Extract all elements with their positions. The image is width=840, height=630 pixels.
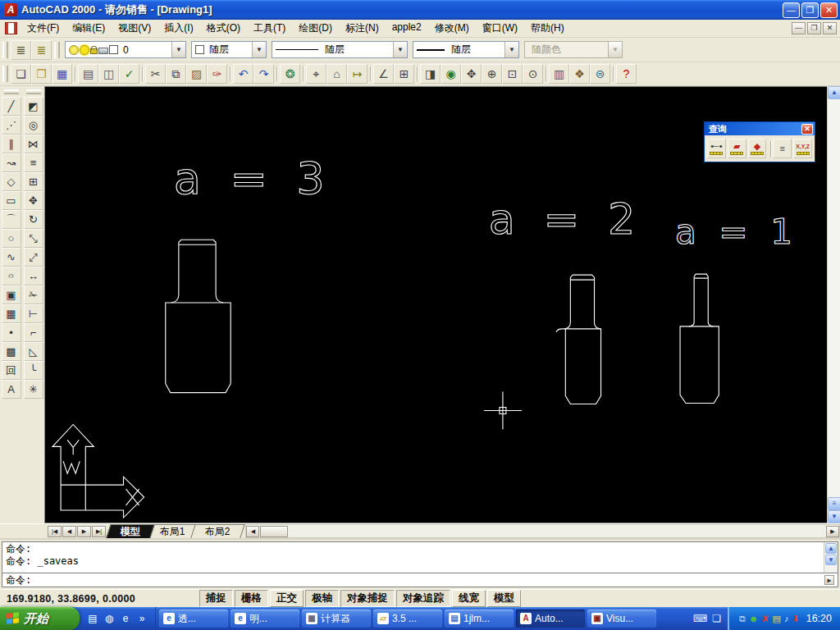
match-properties-button[interactable]: ✑	[207, 64, 227, 84]
make-object-layer-current-button[interactable]: ≣	[11, 40, 31, 60]
cad-text-a3[interactable]: a = 3	[174, 153, 332, 204]
menu-tools[interactable]: 工具(T)	[247, 19, 292, 38]
region-tool[interactable]: 回	[2, 361, 21, 380]
osnap-toggle[interactable]: 对象捕捉	[340, 590, 395, 607]
open-button[interactable]: ❐	[31, 64, 52, 84]
layer-combo-dropdown-arrow[interactable]: ▼	[171, 42, 185, 57]
explode-tool[interactable]: ✳	[24, 380, 43, 399]
update-tray-icon[interactable]: ⬇	[792, 613, 800, 624]
rotate-tool[interactable]: ↻	[24, 210, 43, 229]
scroll-menu-button[interactable]: ≡	[828, 497, 840, 510]
vertical-scrollbar[interactable]: ▲ ≡ ▼	[827, 86, 840, 523]
hscroll-thumb[interactable]	[260, 526, 288, 537]
menu-modify[interactable]: 修改(M)	[428, 19, 476, 38]
polar-toggle[interactable]: 极轴	[305, 590, 339, 607]
extend-tool[interactable]: ⊢	[24, 304, 43, 323]
restore-button[interactable]: ❐	[801, 2, 819, 18]
command-scroll-up-arrow[interactable]: ▲	[825, 543, 837, 554]
start-button[interactable]: 开始	[0, 607, 80, 630]
alert-tray-icon[interactable]: ✘	[761, 613, 769, 624]
tab-prev-button[interactable]: ◀	[62, 526, 76, 537]
task-visu[interactable]: ▣ Visu...	[587, 609, 656, 628]
cad-text-a1[interactable]: a = 1	[675, 212, 798, 252]
tab-next-button[interactable]: ▶	[77, 526, 91, 537]
toolbar-grip[interactable]	[26, 89, 41, 94]
quicklaunch-chevron-icon[interactable]: »	[135, 612, 148, 625]
menu-window[interactable]: 窗口(W)	[476, 19, 524, 38]
zoom-window-button[interactable]: ⊡	[502, 64, 523, 84]
rectangle-tool[interactable]: ▭	[2, 191, 21, 210]
dbconnect-button[interactable]: ⊜	[590, 64, 610, 84]
mdi-minimize-button[interactable]: —	[792, 22, 806, 34]
command-input[interactable]: 命令: ▶	[2, 573, 838, 587]
command-scroll-down-arrow[interactable]: ▼	[825, 555, 837, 565]
arc-tool[interactable]: ⌒	[2, 210, 21, 229]
insert-hyperlink-button[interactable]: ❂	[280, 64, 300, 84]
grid-toggle[interactable]: 栅格	[235, 590, 268, 607]
keyboard-icon[interactable]: ⌨	[693, 613, 707, 624]
task-calculator[interactable]: ▦ 计算器	[302, 609, 371, 628]
hatch-tool[interactable]: ▩	[2, 342, 21, 361]
orbit-3d-button[interactable]: ◉	[441, 64, 461, 84]
erase-tool[interactable]: ◩	[24, 97, 43, 116]
task-35-folder[interactable]: ▱ 3.5 ...	[373, 609, 442, 628]
inquiry-palette-titlebar[interactable]: 查询 ✕	[705, 122, 815, 135]
display-tray-icon[interactable]: ▤	[773, 613, 781, 624]
hscroll-left-arrow[interactable]: ◀	[246, 526, 259, 537]
polyline-tool[interactable]: ↝	[2, 153, 21, 172]
viewports-button[interactable]: ⊞	[394, 64, 414, 84]
volume-tray-icon[interactable]: ♪	[784, 613, 789, 624]
layers-button[interactable]: ≣	[31, 40, 52, 60]
menu-file[interactable]: 文件(F)	[21, 19, 66, 38]
command-scrollbar[interactable]: ▲ ▼	[824, 542, 838, 573]
toolbar-grip[interactable]	[54, 42, 60, 58]
model-toggle[interactable]: 模型	[487, 590, 521, 607]
layout-icon[interactable]: ❏	[712, 613, 721, 624]
toolbar-grip[interactable]	[2, 42, 8, 58]
construction-line-tool[interactable]: ⋰	[2, 116, 21, 135]
undo-button[interactable]: ↶	[233, 64, 253, 84]
zoom-realtime-button[interactable]: ⊕	[482, 64, 502, 84]
task-autocad[interactable]: A Auto...	[516, 609, 585, 628]
help-button[interactable]: ?	[616, 64, 637, 84]
point-tool[interactable]: •	[2, 323, 21, 342]
menu-edit[interactable]: 编辑(E)	[66, 19, 112, 38]
today-button[interactable]: ◨	[420, 64, 441, 84]
linetype-combo-dropdown-arrow[interactable]: ▼	[393, 42, 407, 57]
tab-first-button[interactable]: |◀	[48, 526, 62, 537]
spline-tool[interactable]: ∿	[2, 248, 21, 267]
pan-realtime-button[interactable]: ✥	[461, 64, 482, 84]
zoom-previous-button[interactable]: ⊙	[523, 64, 543, 84]
menu-apple2[interactable]: apple2	[386, 19, 428, 38]
task-tou[interactable]: e 透...	[159, 609, 228, 628]
array-tool[interactable]: ⊞	[24, 172, 43, 191]
horizontal-scrollbar[interactable]: ◀ ▶	[245, 524, 840, 538]
minimize-button[interactable]: —	[783, 2, 800, 18]
drawing-canvas[interactable]: a = 3 a = 2 a = 1	[44, 86, 827, 523]
stretch-tool[interactable]: ⤢	[24, 248, 43, 267]
temporary-tracking-button[interactable]: ⌖	[306, 64, 326, 84]
network-tray-icon[interactable]: ⧉	[739, 613, 746, 624]
lineweight-combo-dropdown-arrow[interactable]: ▼	[504, 42, 518, 57]
menu-view[interactable]: 视图(V)	[112, 19, 158, 38]
multiline-tool[interactable]: ∥	[2, 135, 21, 153]
tab-model[interactable]: 模型	[106, 524, 155, 538]
inquiry-locate-point-button[interactable]: X,Y,Z	[793, 139, 812, 158]
properties-button[interactable]: ❖	[569, 64, 590, 84]
hscroll-right-arrow[interactable]: ▶	[826, 526, 839, 537]
scroll-track[interactable]	[828, 99, 840, 497]
new-button[interactable]: ❏	[11, 64, 31, 84]
distance-flyout-button[interactable]: ↦	[347, 64, 368, 84]
lineweight-toggle[interactable]: 线宽	[452, 590, 486, 607]
tab-layout2[interactable]: 布局2	[190, 524, 244, 538]
shaft-large[interactable]	[166, 240, 231, 392]
taskbar-clock[interactable]: 16:20	[803, 613, 832, 624]
print-preview-button[interactable]: ◫	[98, 64, 119, 84]
make-block-tool[interactable]: ▦	[2, 304, 21, 323]
mdi-close-button[interactable]: ✕	[823, 22, 837, 34]
menu-format[interactable]: 格式(O)	[200, 19, 247, 38]
ie-quicklaunch-icon[interactable]: e	[119, 612, 132, 625]
mdi-restore-button[interactable]: ❐	[807, 22, 821, 34]
copy-button[interactable]: ⧉	[166, 64, 186, 84]
spelling-button[interactable]: ✓	[119, 64, 139, 84]
